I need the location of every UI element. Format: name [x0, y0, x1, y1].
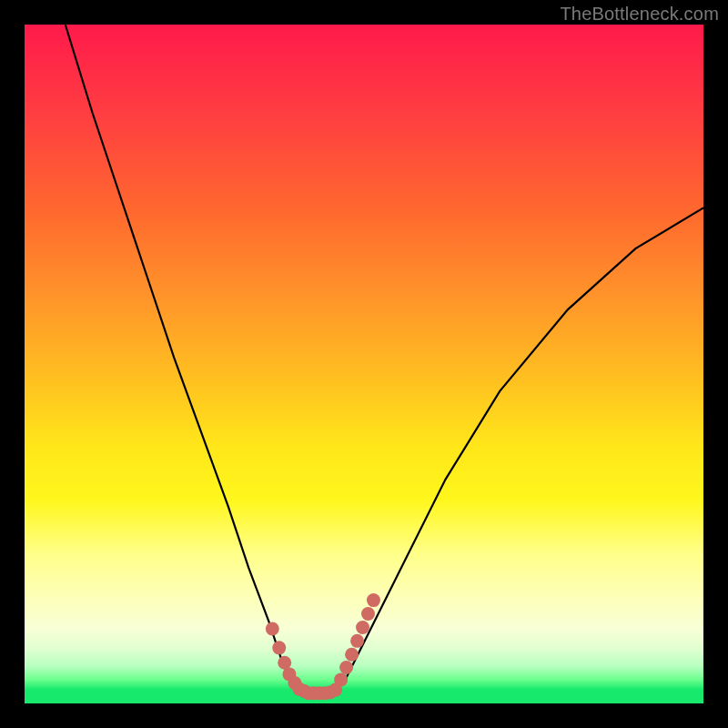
highlight-dots-left — [266, 622, 311, 698]
highlight-dot — [339, 661, 353, 674]
highlight-dot — [272, 641, 286, 654]
highlight-dot — [266, 622, 279, 635]
curve-path — [66, 25, 703, 693]
highlight-dot — [361, 607, 375, 621]
bottleneck-curve-line — [66, 25, 703, 693]
highlight-dot — [334, 672, 348, 686]
highlight-dot — [356, 621, 369, 634]
highlight-dot — [367, 593, 380, 607]
highlight-dot — [350, 634, 364, 648]
plot-area — [25, 25, 703, 703]
highlight-dot — [345, 648, 359, 662]
chart-frame: TheBottleneck.com — [0, 0, 728, 728]
watermark-label: TheBottleneck.com — [560, 4, 719, 25]
chart-svg — [25, 25, 703, 703]
highlight-dots-right — [334, 593, 380, 686]
